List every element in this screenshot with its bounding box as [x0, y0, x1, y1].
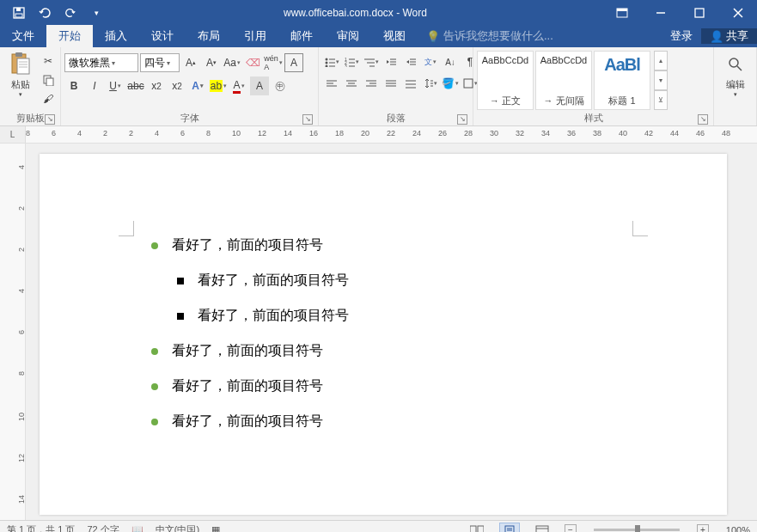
styles-scroll-up[interactable]: ▴ — [654, 51, 668, 70]
minimize-button[interactable] — [641, 0, 680, 25]
ruler-tick: 12 — [258, 129, 266, 138]
change-case-button[interactable]: Aa — [223, 53, 241, 72]
sign-in-button[interactable]: 登录 — [662, 28, 701, 44]
clear-format-button[interactable]: ⌫ — [243, 53, 262, 72]
font-color-button[interactable]: A — [229, 76, 248, 95]
macro-icon[interactable]: ▦ — [211, 524, 220, 532]
italic-button[interactable]: I — [85, 76, 104, 95]
shading-button[interactable]: 🪣 — [441, 74, 460, 93]
bold-button[interactable]: B — [64, 76, 83, 95]
list-item[interactable]: 看好了，前面的项目符号 — [151, 413, 632, 431]
cut-button[interactable]: ✂ — [40, 52, 57, 70]
document-content[interactable]: 看好了，前面的项目符号看好了，前面的项目符号看好了，前面的项目符号看好了，前面的… — [134, 236, 632, 431]
redo-button[interactable] — [58, 3, 82, 23]
tab-file[interactable]: 文件 — [0, 25, 46, 47]
list-item[interactable]: 看好了，前面的项目符号 — [151, 236, 632, 254]
justify-button[interactable] — [382, 74, 400, 93]
align-left-button[interactable] — [322, 74, 341, 93]
zoom-slider[interactable] — [594, 529, 680, 531]
maximize-button[interactable] — [680, 0, 718, 25]
ribbon-display-button[interactable] — [602, 0, 641, 25]
style-normal[interactable]: AaBbCcDd → 正文 — [477, 51, 534, 110]
language-indicator[interactable]: 中文(中国) — [156, 523, 199, 532]
qat-customize-button[interactable]: ▾ — [84, 3, 108, 23]
save-button[interactable] — [7, 3, 31, 23]
tab-insert[interactable]: 插入 — [93, 25, 139, 47]
paste-button[interactable]: 粘贴 ▾ — [3, 49, 38, 98]
web-layout-button[interactable] — [532, 523, 552, 533]
word-count[interactable]: 72 个字 — [87, 523, 119, 532]
style-no-spacing[interactable]: AaBbCcDd → 无间隔 — [535, 51, 592, 110]
ruler-horizontal[interactable]: L 86422468101214161820222426283032343638… — [0, 126, 757, 144]
page-indicator[interactable]: 第 1 页，共 1 页 — [7, 523, 75, 532]
phonetic-button[interactable]: wénA — [264, 53, 283, 72]
style-heading1[interactable]: AaBl 标题 1 — [594, 51, 650, 110]
paragraph-launcher[interactable]: ↘ — [457, 114, 467, 125]
zoom-out-button[interactable]: − — [565, 524, 577, 533]
format-painter-button[interactable]: 🖌 — [40, 90, 57, 107]
svg-rect-64 — [536, 526, 548, 533]
list-item-text: 看好了，前面的项目符号 — [172, 342, 323, 360]
bullets-button[interactable] — [322, 52, 341, 71]
highlight-button[interactable]: ab — [209, 76, 228, 95]
tab-layout[interactable]: 布局 — [186, 25, 232, 47]
tab-design[interactable]: 设计 — [139, 25, 186, 47]
list-item[interactable]: 看好了，前面的项目符号 — [151, 377, 632, 395]
font-launcher[interactable]: ↘ — [302, 114, 313, 125]
document-viewport[interactable]: 看好了，前面的项目符号看好了，前面的项目符号看好了，前面的项目符号看好了，前面的… — [26, 144, 757, 520]
close-button[interactable] — [718, 0, 757, 25]
numbering-button[interactable]: 123 — [342, 52, 361, 71]
align-center-button[interactable] — [342, 74, 361, 93]
char-border-button[interactable]: A — [284, 53, 303, 72]
undo-button[interactable] — [33, 3, 57, 23]
bullet-black-square-icon — [177, 278, 184, 284]
tab-view[interactable]: 视图 — [371, 25, 418, 47]
clipboard-launcher[interactable]: ↘ — [45, 114, 55, 125]
multilevel-button[interactable] — [362, 52, 381, 71]
char-shading-button[interactable]: A — [250, 76, 269, 95]
shrink-font-button[interactable]: A▾ — [202, 53, 221, 72]
superscript-button[interactable]: x2 — [168, 76, 186, 95]
tab-mailings[interactable]: 邮件 — [278, 25, 325, 47]
styles-scroll-down[interactable]: ▾ — [654, 70, 668, 90]
read-mode-button[interactable] — [467, 523, 487, 533]
zoom-in-button[interactable]: + — [697, 524, 709, 533]
tab-selector[interactable]: L — [0, 126, 26, 143]
subscript-button[interactable]: x2 — [147, 76, 166, 95]
list-item[interactable]: 看好了，前面的项目符号 — [177, 307, 632, 325]
font-size-combo[interactable]: 四号▾ — [140, 53, 180, 72]
grow-font-button[interactable]: A▴ — [181, 53, 200, 72]
align-right-button[interactable] — [362, 74, 381, 93]
font-family-combo[interactable]: 微软雅黑▾ — [64, 53, 138, 72]
tell-me-search[interactable]: 💡 告诉我您想要做什么... — [418, 25, 662, 47]
ruler-vertical[interactable]: 422468101214 — [0, 144, 26, 520]
text-effects-button[interactable]: A — [188, 76, 207, 95]
brush-icon: 🖌 — [43, 93, 53, 105]
sort-button[interactable]: A↓ — [441, 52, 460, 71]
zoom-level[interactable]: 100% — [726, 525, 750, 533]
tab-references[interactable]: 引用 — [232, 25, 278, 47]
tab-home[interactable]: 开始 — [46, 25, 93, 47]
distribute-button[interactable] — [401, 74, 420, 93]
svg-rect-6 — [695, 9, 704, 17]
list-item[interactable]: 看好了，前面的项目符号 — [151, 342, 632, 360]
share-button[interactable]: 👤 共享 — [701, 28, 757, 44]
asian-layout-button[interactable]: 文 — [421, 52, 440, 71]
line-spacing-button[interactable] — [421, 74, 440, 93]
enclose-char-button[interactable]: ㊥ — [271, 76, 290, 95]
ruler-tick: 14 — [284, 129, 292, 138]
underline-button[interactable]: U — [106, 76, 125, 95]
ruler-tick: 28 — [464, 129, 473, 138]
spellcheck-icon[interactable]: 📖 — [131, 524, 143, 532]
styles-expand[interactable]: ⊻ — [654, 90, 668, 110]
copy-button[interactable] — [40, 71, 57, 89]
print-layout-button[interactable] — [499, 523, 520, 533]
styles-launcher[interactable]: ↘ — [698, 114, 708, 125]
find-button[interactable]: 编辑 ▾ — [718, 49, 753, 98]
strike-button[interactable]: abc — [126, 76, 145, 95]
decrease-indent-button[interactable] — [382, 52, 400, 71]
eraser-icon: ⌫ — [246, 57, 260, 69]
tab-review[interactable]: 审阅 — [325, 25, 371, 47]
increase-indent-button[interactable] — [401, 52, 420, 71]
list-item[interactable]: 看好了，前面的项目符号 — [177, 272, 632, 290]
